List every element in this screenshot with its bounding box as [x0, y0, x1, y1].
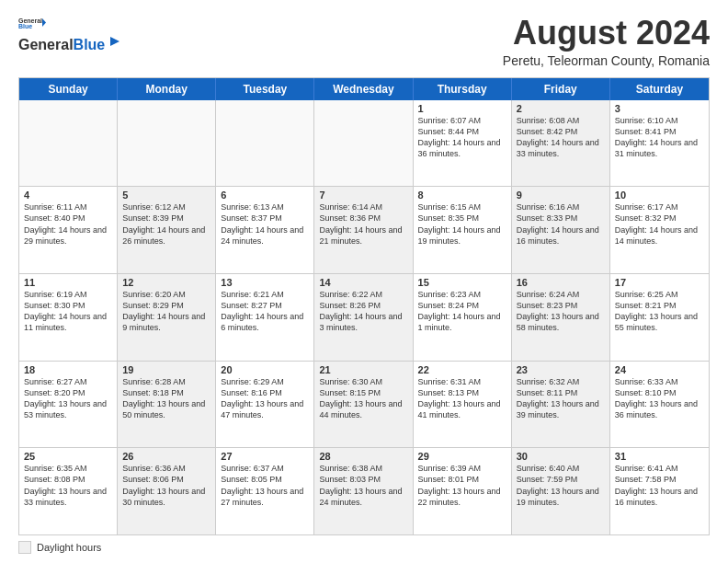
svg-marker-3	[110, 37, 119, 46]
calendar-week-4: 25Sunrise: 6:35 AM Sunset: 8:08 PM Dayli…	[19, 447, 709, 534]
daylight-label: Daylight hours	[37, 542, 101, 553]
cell-info: Sunrise: 6:10 AM Sunset: 8:41 PM Dayligh…	[615, 115, 704, 160]
cell-info: Sunrise: 6:29 AM Sunset: 8:16 PM Dayligh…	[221, 376, 309, 421]
cell-info: Sunrise: 6:16 AM Sunset: 8:33 PM Dayligh…	[517, 201, 605, 247]
day-number: 14	[319, 277, 407, 288]
day-number: 2	[517, 103, 605, 114]
svg-text:General: General	[18, 17, 42, 24]
day-number: 24	[615, 364, 704, 375]
day-number: 7	[319, 190, 407, 201]
calendar-cell: 18Sunrise: 6:27 AM Sunset: 8:20 PM Dayli…	[19, 362, 118, 448]
calendar-week-0: 1Sunrise: 6:07 AM Sunset: 8:44 PM Daylig…	[19, 100, 709, 187]
cell-info: Sunrise: 6:30 AM Sunset: 8:15 PM Dayligh…	[319, 376, 407, 421]
location-subtitle: Peretu, Teleorman County, Romania	[503, 53, 710, 68]
day-number: 3	[615, 103, 704, 114]
day-number: 4	[24, 190, 112, 201]
day-number: 31	[615, 451, 704, 462]
day-number: 1	[418, 103, 506, 114]
day-number: 13	[221, 277, 309, 288]
day-header-friday: Friday	[512, 78, 610, 100]
cell-info: Sunrise: 6:08 AM Sunset: 8:42 PM Dayligh…	[517, 115, 605, 160]
daylight-box-icon	[18, 541, 31, 554]
calendar-cell: 5Sunrise: 6:12 AM Sunset: 8:39 PM Daylig…	[118, 187, 216, 273]
day-header-monday: Monday	[118, 78, 216, 100]
cell-info: Sunrise: 6:37 AM Sunset: 8:05 PM Dayligh…	[221, 463, 309, 508]
calendar-cell: 16Sunrise: 6:24 AM Sunset: 8:23 PM Dayli…	[512, 274, 610, 361]
day-number: 30	[517, 451, 605, 462]
day-header-wednesday: Wednesday	[314, 78, 413, 100]
day-number: 10	[615, 190, 704, 201]
day-number: 17	[615, 277, 704, 288]
svg-marker-2	[42, 18, 46, 27]
calendar-cell: 6Sunrise: 6:13 AM Sunset: 8:37 PM Daylig…	[216, 187, 314, 273]
calendar-cell: 3Sunrise: 6:10 AM Sunset: 8:41 PM Daylig…	[610, 100, 709, 187]
cell-info: Sunrise: 6:19 AM Sunset: 8:30 PM Dayligh…	[24, 289, 112, 334]
day-number: 21	[319, 364, 407, 375]
cell-info: Sunrise: 6:14 AM Sunset: 8:36 PM Dayligh…	[319, 201, 407, 247]
calendar-cell: 30Sunrise: 6:40 AM Sunset: 7:59 PM Dayli…	[512, 448, 610, 534]
cell-info: Sunrise: 6:22 AM Sunset: 8:26 PM Dayligh…	[319, 289, 407, 334]
month-year-title: August 2024	[503, 15, 710, 52]
calendar-cell	[19, 100, 118, 187]
calendar-cell: 24Sunrise: 6:33 AM Sunset: 8:10 PM Dayli…	[610, 362, 709, 448]
svg-text:Blue: Blue	[18, 23, 32, 29]
calendar-cell: 21Sunrise: 6:30 AM Sunset: 8:15 PM Dayli…	[314, 362, 413, 448]
calendar-body: 1Sunrise: 6:07 AM Sunset: 8:44 PM Daylig…	[19, 100, 709, 534]
calendar-cell	[216, 100, 314, 187]
day-header-tuesday: Tuesday	[216, 78, 314, 100]
cell-info: Sunrise: 6:20 AM Sunset: 8:29 PM Dayligh…	[122, 289, 210, 334]
logo-icon: General Blue	[18, 15, 46, 31]
cell-info: Sunrise: 6:13 AM Sunset: 8:37 PM Dayligh…	[221, 201, 309, 247]
day-number: 26	[122, 451, 210, 462]
calendar-cell: 25Sunrise: 6:35 AM Sunset: 8:08 PM Dayli…	[19, 448, 118, 534]
day-number: 25	[24, 451, 112, 462]
calendar-cell: 23Sunrise: 6:32 AM Sunset: 8:11 PM Dayli…	[512, 362, 610, 448]
day-header-thursday: Thursday	[414, 78, 512, 100]
cell-info: Sunrise: 6:11 AM Sunset: 8:40 PM Dayligh…	[24, 201, 112, 247]
cell-info: Sunrise: 6:07 AM Sunset: 8:44 PM Dayligh…	[418, 115, 506, 160]
cell-info: Sunrise: 6:24 AM Sunset: 8:23 PM Dayligh…	[517, 289, 605, 334]
calendar-header-row: SundayMondayTuesdayWednesdayThursdayFrid…	[19, 78, 709, 100]
day-number: 12	[122, 277, 210, 288]
calendar-cell: 28Sunrise: 6:38 AM Sunset: 8:03 PM Dayli…	[314, 448, 413, 534]
logo-arrow-icon	[107, 33, 123, 50]
day-number: 20	[221, 364, 309, 375]
calendar-cell: 4Sunrise: 6:11 AM Sunset: 8:40 PM Daylig…	[19, 187, 118, 273]
footer: Daylight hours	[18, 541, 710, 554]
calendar-cell: 10Sunrise: 6:17 AM Sunset: 8:32 PM Dayli…	[610, 187, 709, 273]
day-number: 19	[122, 364, 210, 375]
cell-info: Sunrise: 6:12 AM Sunset: 8:39 PM Dayligh…	[122, 201, 210, 247]
calendar-week-2: 11Sunrise: 6:19 AM Sunset: 8:30 PM Dayli…	[19, 273, 709, 361]
calendar-cell: 29Sunrise: 6:39 AM Sunset: 8:01 PM Dayli…	[414, 448, 512, 534]
page: General Blue General Blue August 2024 Pe…	[0, 0, 728, 563]
calendar-cell: 20Sunrise: 6:29 AM Sunset: 8:16 PM Dayli…	[216, 362, 314, 448]
calendar-cell: 2Sunrise: 6:08 AM Sunset: 8:42 PM Daylig…	[512, 100, 610, 187]
cell-info: Sunrise: 6:32 AM Sunset: 8:11 PM Dayligh…	[517, 376, 605, 421]
day-number: 18	[24, 364, 112, 375]
cell-info: Sunrise: 6:27 AM Sunset: 8:20 PM Dayligh…	[24, 376, 112, 421]
logo: General Blue General Blue	[18, 15, 123, 53]
day-number: 22	[418, 364, 506, 375]
day-header-sunday: Sunday	[19, 78, 118, 100]
cell-info: Sunrise: 6:39 AM Sunset: 8:01 PM Dayligh…	[418, 463, 506, 508]
calendar-cell: 13Sunrise: 6:21 AM Sunset: 8:27 PM Dayli…	[216, 274, 314, 361]
calendar-cell: 8Sunrise: 6:15 AM Sunset: 8:35 PM Daylig…	[414, 187, 512, 273]
cell-info: Sunrise: 6:38 AM Sunset: 8:03 PM Dayligh…	[319, 463, 407, 508]
day-header-saturday: Saturday	[610, 78, 709, 100]
calendar-cell: 19Sunrise: 6:28 AM Sunset: 8:18 PM Dayli…	[118, 362, 216, 448]
calendar-cell	[118, 100, 216, 187]
calendar-cell: 22Sunrise: 6:31 AM Sunset: 8:13 PM Dayli…	[414, 362, 512, 448]
title-block: August 2024 Peretu, Teleorman County, Ro…	[503, 15, 710, 68]
calendar-cell: 9Sunrise: 6:16 AM Sunset: 8:33 PM Daylig…	[512, 187, 610, 273]
cell-info: Sunrise: 6:36 AM Sunset: 8:06 PM Dayligh…	[122, 463, 210, 508]
day-number: 16	[517, 277, 605, 288]
day-number: 28	[319, 451, 407, 462]
calendar-cell: 27Sunrise: 6:37 AM Sunset: 8:05 PM Dayli…	[216, 448, 314, 534]
day-number: 9	[517, 190, 605, 201]
logo-blue: Blue	[74, 37, 106, 53]
calendar-cell: 12Sunrise: 6:20 AM Sunset: 8:29 PM Dayli…	[118, 274, 216, 361]
calendar-cell: 15Sunrise: 6:23 AM Sunset: 8:24 PM Dayli…	[414, 274, 512, 361]
cell-info: Sunrise: 6:25 AM Sunset: 8:21 PM Dayligh…	[615, 289, 704, 334]
day-number: 15	[418, 277, 506, 288]
day-number: 5	[122, 190, 210, 201]
